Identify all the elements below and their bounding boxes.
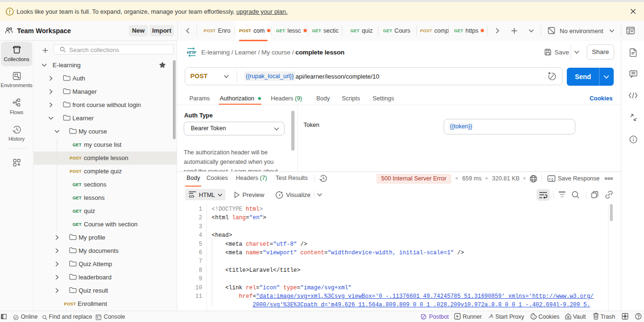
svg-text:x: x: [627, 30, 629, 34]
svg-text:HTTP: HTTP: [187, 50, 197, 55]
svg-text:e.g: e.g: [549, 177, 553, 181]
